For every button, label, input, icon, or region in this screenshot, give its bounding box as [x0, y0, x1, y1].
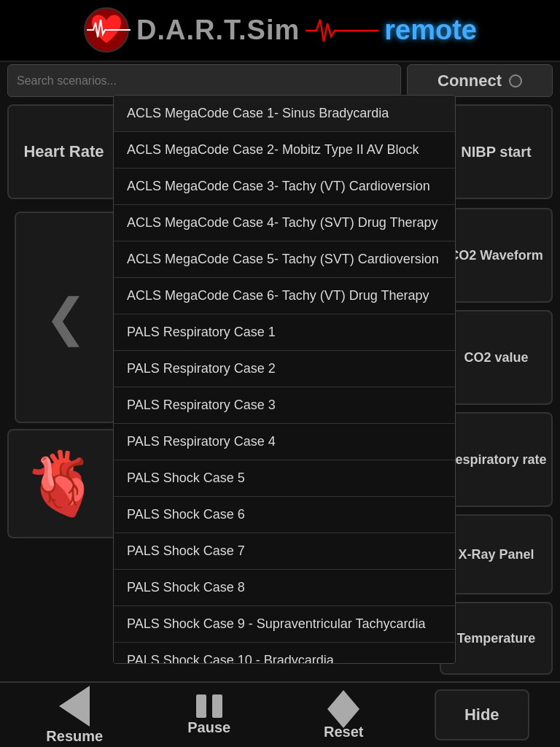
- nibp-start-button[interactable]: NIBP start: [440, 104, 553, 199]
- logo-dart-text: D.A.R.T.Sim: [136, 15, 300, 46]
- hide-label: Hide: [464, 705, 499, 724]
- dropdown-item[interactable]: ACLS MegaCode Case 4- Tachy (SVT) Drug T…: [114, 205, 455, 241]
- app-logo: D.A.R.T.Sim remote: [83, 7, 477, 54]
- respiratory-rate-label: Respiratory rate: [446, 452, 546, 468]
- xray-panel-button[interactable]: X-Ray Panel: [440, 514, 553, 595]
- app-header: D.A.R.T.Sim remote: [0, 0, 560, 62]
- connect-label: Connect: [438, 71, 502, 90]
- resume-button[interactable]: Resume: [31, 686, 118, 745]
- temperature-button[interactable]: Temperature: [440, 602, 553, 675]
- heart-rate-button[interactable]: Heart Rate: [7, 104, 120, 199]
- resume-label: Resume: [46, 728, 103, 745]
- dropdown-item[interactable]: PALS Respiratory Case 4: [114, 424, 455, 460]
- dropdown-item[interactable]: ACLS MegaCode Case 3- Tachy (VT) Cardiov…: [114, 169, 455, 205]
- resume-icon: [59, 686, 90, 727]
- dropdown-item[interactable]: PALS Respiratory Case 1: [114, 314, 455, 351]
- connect-button[interactable]: Connect: [407, 64, 553, 97]
- scenario-search-input[interactable]: [17, 74, 392, 88]
- pause-icon: [196, 694, 222, 718]
- ecg-icon: [306, 16, 378, 45]
- respiratory-rate-button[interactable]: Respiratory rate: [440, 412, 553, 507]
- logo-heart-icon: [83, 7, 131, 54]
- dropdown-item[interactable]: PALS Respiratory Case 3: [114, 387, 455, 424]
- co2-value-button[interactable]: CO2 value: [440, 310, 553, 405]
- dropdown-item[interactable]: ACLS MegaCode Case 2- Mobitz Type II AV …: [114, 132, 455, 169]
- temperature-label: Temperature: [457, 631, 536, 646]
- connect-status-dot: [509, 74, 522, 88]
- scenario-dropdown[interactable]: ACLS MegaCode Case 1- Sinus BradycardiaA…: [113, 95, 456, 664]
- dropdown-item[interactable]: PALS Shock Case 5: [114, 460, 455, 497]
- nibp-start-label: NIBP start: [461, 144, 531, 160]
- hide-button[interactable]: Hide: [435, 689, 529, 740]
- reset-icon: [327, 690, 359, 722]
- cpr-heart-icon: 🫀: [23, 447, 101, 520]
- co2-waveform-label: CO2 Waveform: [449, 248, 542, 263]
- chevron-left-icon: ❮: [44, 292, 88, 343]
- co2-waveform-button[interactable]: CO2 Waveform: [440, 208, 553, 303]
- dropdown-item[interactable]: PALS Shock Case 7: [114, 533, 455, 570]
- arrow-left-button[interactable]: ❮: [15, 212, 117, 423]
- heart-rate-label: Heart Rate: [23, 142, 104, 161]
- co2-value-label: CO2 value: [464, 350, 528, 365]
- dropdown-item[interactable]: PALS Shock Case 6: [114, 497, 455, 533]
- pause-label: Pause: [187, 719, 230, 736]
- dropdown-item[interactable]: ACLS MegaCode Case 6- Tachy (VT) Drug Th…: [114, 278, 455, 314]
- dropdown-item[interactable]: ACLS MegaCode Case 1- Sinus Bradycardia: [114, 96, 455, 132]
- reset-button[interactable]: Reset: [300, 690, 387, 740]
- dropdown-item[interactable]: PALS Shock Case 9 - Supraventricular Tac…: [114, 606, 455, 643]
- bottom-bar: Resume Pause Reset Hide: [0, 681, 560, 747]
- logo-remote-text: remote: [384, 15, 477, 46]
- pause-button[interactable]: Pause: [166, 694, 253, 736]
- scenario-search-bar[interactable]: [7, 64, 401, 97]
- dropdown-item[interactable]: PALS Shock Case 8: [114, 570, 455, 606]
- dropdown-item[interactable]: PALS Respiratory Case 2: [114, 351, 455, 387]
- dropdown-item[interactable]: PALS Shock Case 10 - Bradycardia: [114, 643, 455, 664]
- xray-panel-label: X-Ray Panel: [458, 547, 534, 562]
- dropdown-item[interactable]: ACLS MegaCode Case 5- Tachy (SVT) Cardio…: [114, 241, 455, 278]
